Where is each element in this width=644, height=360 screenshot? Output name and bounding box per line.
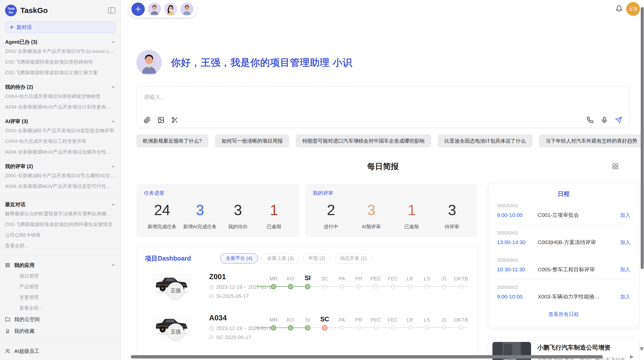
sidebar-item[interactable]: C02-飞腾新能源轻客改款项目里程碑画布 xyxy=(5,57,115,67)
owner-name: 王强 xyxy=(170,287,181,294)
app-item-product-mgmt[interactable]: 产品管理 xyxy=(5,281,115,292)
award-icon xyxy=(5,328,10,334)
milestone-label: PA xyxy=(333,313,350,323)
sidebar-item[interactable]: C0X4-动力总成开发项目工程变更评审 xyxy=(5,136,115,147)
suggestion-chip[interactable]: 当下年轻人对汽车外观有怎样的喜好趋势 xyxy=(539,134,644,147)
chat-input-card[interactable]: 请输入... xyxy=(136,86,630,128)
scroll-down-arrow[interactable] xyxy=(640,347,644,351)
app-item-project-mgmt[interactable]: 项目管理 xyxy=(5,271,115,281)
milestone-label: LR xyxy=(401,272,418,282)
avatar[interactable] xyxy=(180,3,194,16)
join-link[interactable]: 加入 xyxy=(620,239,630,246)
milestone-dot-done xyxy=(271,284,276,289)
filter-chip[interactable]: 年型 (2) xyxy=(303,253,331,263)
owner-name: 王强 xyxy=(170,328,181,335)
milestone-dots xyxy=(265,324,471,331)
view-all-schedule[interactable]: 查看所有日程 xyxy=(497,311,630,318)
phone-icon[interactable] xyxy=(587,116,594,124)
recent-chat-item[interactable]: 公司Q3轻卡销量 xyxy=(5,230,115,241)
mic-icon[interactable] xyxy=(601,116,608,124)
new-chat-button[interactable]: 新对话 xyxy=(5,21,115,33)
milestone-label: FEC xyxy=(384,313,401,323)
milestone-label: LS xyxy=(418,272,435,282)
filter-chip[interactable]: 全新上装 (3) xyxy=(262,253,299,263)
schedule-title: 日程 xyxy=(497,190,630,198)
milestone-dot-future xyxy=(425,284,429,289)
sidebar-item[interactable]: Z001-全新燃油皮卡产品开发项目SI节点Lesson Learn报告 xyxy=(5,46,115,57)
sidebar-item[interactable]: C02-飞腾新能源轻客改款项目立项汇报方案 xyxy=(5,67,115,78)
project-row[interactable]: 王强 A034 2023-12-19 ~ 2026-01-19 SC-2025-… xyxy=(137,313,477,346)
suggestion-chip[interactable]: 如何写一份清晰的项目周报 xyxy=(215,134,289,147)
scissors-icon[interactable] xyxy=(171,116,178,124)
sidebar-item[interactable]: Z001-全新燃油轻卡产品开发项目SI造型提交物评审 xyxy=(5,125,115,136)
my-favorites[interactable]: 我的收藏 xyxy=(5,325,115,337)
image-icon[interactable] xyxy=(157,116,165,124)
assistant-avatar xyxy=(136,50,162,75)
stat: 1 已逾期 xyxy=(397,203,427,230)
milestone-dot-future xyxy=(408,284,412,289)
filter-chip[interactable]: 全新平台 (4) xyxy=(221,253,258,263)
app-item-change-mgmt[interactable]: 变更管理 xyxy=(5,292,115,303)
milestone-dot-future xyxy=(459,284,463,289)
sidebar-item[interactable]: A034-全新新能源MUV产品开发项目造型可行性评审 xyxy=(5,181,115,192)
project-flag-date: SI-2025-05-17 xyxy=(216,293,249,299)
milestone-label: J1 xyxy=(435,313,452,323)
my-cloud-space[interactable]: 我的云空间 xyxy=(5,313,115,325)
layout-grid-icon[interactable] xyxy=(612,163,619,170)
sidebar-item[interactable]: A034-全新新能源MUV产品开发项目计划变更表编写 xyxy=(5,102,115,112)
recent-chat-item[interactable]: 解释最新出台的欧盟报废车法规再生塑料比例被调至15%... xyxy=(5,208,115,219)
milestone-dot-future xyxy=(408,326,412,330)
new-session-button[interactable] xyxy=(131,3,145,16)
project-row[interactable]: 王强 Z001 2023-12-19 ~ 2027-01-19 SI-2025-… xyxy=(137,272,477,305)
schedule-card: 日程 2025/03/11 9:00-10:00 C001-立项审批会 加入 2… xyxy=(488,183,639,328)
vertical-scrollbar[interactable] xyxy=(641,7,644,269)
avatar[interactable] xyxy=(164,3,177,16)
milestone-label: PA xyxy=(333,272,350,282)
stat-value: 3 xyxy=(448,203,456,217)
sidebar-divider xyxy=(0,341,121,341)
schedule-date: 2025/03/11 xyxy=(497,203,630,208)
join-link[interactable]: 加入 xyxy=(620,266,630,273)
suggestion-chip[interactable]: 欧洲新规最近颁布了什么? xyxy=(136,134,208,147)
milestone-dot-future xyxy=(459,326,463,330)
milestone-dot-risk xyxy=(322,325,327,331)
view-all-apps[interactable]: 查看全部... xyxy=(5,303,115,313)
section-my-review-header[interactable]: 我的评审 (2) xyxy=(5,162,115,170)
section-agent-done-header[interactable]: Agent已办 (3) xyxy=(5,38,115,46)
join-link[interactable]: 加入 xyxy=(620,293,630,300)
suggestion-chip[interactable]: 比亚迪全固态电池计划具体说了什么 xyxy=(438,134,532,147)
my-apps-header[interactable]: 我的应用 xyxy=(5,260,115,271)
schedule-date: 2025/03/11 xyxy=(497,231,630,236)
user-avatar[interactable]: 王强 xyxy=(626,2,640,16)
join-link[interactable]: 加入 xyxy=(620,212,630,219)
plus-icon xyxy=(135,6,141,12)
milestone-dot-done xyxy=(271,325,276,331)
sidebar-item[interactable]: C0X4-动力总成开发项目SI里程碑提交物检查 xyxy=(5,91,115,102)
section-ai-review-header[interactable]: AI评审 (3) xyxy=(5,117,115,125)
sidebar-item[interactable]: Z001-全新燃油轻卡产品开发项目SI节点属性5D文件评审 xyxy=(5,170,115,181)
section-recent-header[interactable]: 最近对话 xyxy=(5,200,115,208)
send-icon[interactable] xyxy=(615,116,622,124)
panel-collapse-icon[interactable] xyxy=(108,7,115,14)
project-owner-badge: 王强 xyxy=(167,323,184,340)
milestone-dot-future xyxy=(391,326,395,330)
bell-icon[interactable] xyxy=(616,5,623,12)
section-my-todo-header[interactable]: 我的待办 (2) xyxy=(5,83,115,91)
recent-chat-item[interactable]: C02-飞腾新能源轻客改款项目的闭环通告反馈情况 xyxy=(5,219,115,230)
sidebar-item[interactable]: A034-全新新能源MUV产品开发项目法规符合性评审 xyxy=(5,147,115,157)
horizontal-scrollbar[interactable] xyxy=(131,355,603,358)
stat-value: 3 xyxy=(234,203,242,217)
clock-icon xyxy=(209,326,214,331)
milestone-dot-future xyxy=(374,326,378,330)
view-all-chats[interactable]: 查看全部... xyxy=(5,241,115,251)
chat-input-placeholder: 请输入... xyxy=(144,93,622,101)
filter-chip[interactable]: 动总开发 (1) xyxy=(335,253,372,263)
paperclip-icon[interactable] xyxy=(144,116,151,124)
scroll-right-arrow[interactable] xyxy=(630,355,634,359)
help-me-write[interactable]: 帮我写作 xyxy=(5,357,115,360)
avatar[interactable] xyxy=(148,3,161,16)
suggestion-chip[interactable]: 特朗普可能对进口汽车增税会对中国车企造成哪些影响 xyxy=(296,134,431,147)
stat-label: 新增AI完成任务 xyxy=(183,223,217,230)
ai-super-staff[interactable]: AI超级员工 xyxy=(5,345,115,357)
milestone-track: MR KO SI SC PA PR PEC FEC LR LS J1 OKTB xyxy=(265,313,471,331)
